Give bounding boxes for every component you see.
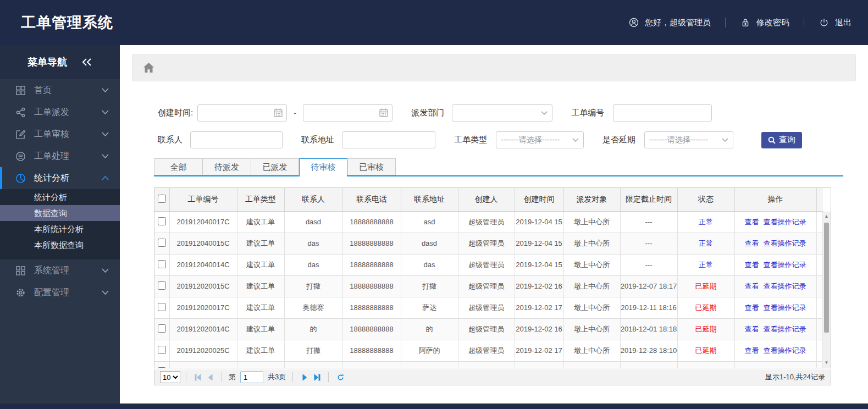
contact-input[interactable]: [190, 131, 283, 148]
first-page-button[interactable]: [192, 371, 204, 383]
table-body: 201912040017C建议工单dasd18888888888asd超级管理员…: [154, 211, 823, 368]
status-text: 已延期: [677, 297, 734, 318]
divider: [725, 18, 726, 27]
table-row: 201912020015C建议工单打撒18888888888打撒超级管理员201…: [154, 275, 823, 297]
type-label: 工单类型: [454, 135, 487, 145]
submenu-item-statistics-analysis[interactable]: 统计分析: [0, 189, 120, 205]
view-link[interactable]: 查看: [745, 282, 759, 290]
chevron-down-icon: [722, 138, 728, 142]
view-link[interactable]: 查看: [745, 239, 759, 247]
sidebar-item-statistics[interactable]: 统计分析: [0, 167, 120, 189]
delay-select[interactable]: -------请选择-------: [644, 131, 733, 148]
table-header-row: 工单编号 工单类型 联系人 联系电话 联系地址 创建人 创建时间 派发对象 限定…: [154, 188, 823, 211]
last-page-button[interactable]: [311, 371, 323, 383]
status-text: 已延期: [677, 318, 734, 340]
prev-page-button[interactable]: [204, 371, 216, 383]
change-password-button[interactable]: 修改密码: [740, 17, 789, 28]
view-log-link[interactable]: 查看操作记录: [764, 282, 806, 290]
scroll-up-arrow[interactable]: ▲: [822, 213, 831, 220]
page-size-select[interactable]: 10: [160, 371, 180, 383]
pie-chart-icon: [15, 173, 26, 184]
sidebar-item-dispatch[interactable]: 工单派发: [0, 101, 120, 123]
pagination-bar: 10 第 共3页 显示1-10,共24记录: [154, 369, 831, 385]
refresh-button[interactable]: [334, 371, 346, 383]
row-checkbox[interactable]: [158, 281, 166, 290]
sidebar-item-process[interactable]: 工单处理: [0, 145, 120, 167]
chevron-up-icon: [102, 176, 109, 180]
next-page-button[interactable]: [298, 371, 311, 383]
address-input[interactable]: [342, 131, 435, 148]
modules-icon: [15, 266, 26, 276]
divider: [804, 18, 804, 27]
view-log-link[interactable]: 查看操作记录: [764, 218, 806, 226]
divider: [292, 372, 293, 382]
home-icon[interactable]: [143, 63, 154, 73]
view-log-link[interactable]: 查看操作记录: [764, 346, 806, 355]
submenu-item-data-query[interactable]: 数据查询: [0, 205, 120, 221]
sidebar-item-system[interactable]: 系统管理: [0, 259, 120, 281]
tab-all[interactable]: 全部: [154, 158, 202, 175]
submenu-item-local-statistics[interactable]: 本所统计分析: [0, 221, 120, 237]
search-button[interactable]: 查询: [761, 132, 802, 148]
status-text: 正常: [677, 211, 734, 233]
submenu-item-local-data-query[interactable]: 本所数据查询: [0, 237, 120, 253]
order-type-select[interactable]: -------请选择-------: [496, 131, 584, 148]
view-link[interactable]: 查看: [745, 346, 759, 355]
view-link[interactable]: 查看: [745, 325, 759, 333]
row-checkbox[interactable]: [158, 239, 166, 247]
page-number-input[interactable]: [240, 371, 263, 383]
order-no-label: 工单编号: [571, 108, 604, 118]
view-link[interactable]: 查看: [745, 303, 759, 312]
total-pages: 共3页: [268, 372, 286, 382]
tab-pending-review[interactable]: 待审核: [299, 158, 347, 176]
chevron-down-icon: [102, 154, 109, 158]
tab-dispatched[interactable]: 已派发: [251, 158, 299, 175]
logout-button[interactable]: 退出: [819, 17, 852, 28]
row-checkbox[interactable]: [158, 367, 166, 368]
last-page-icon: [313, 374, 320, 381]
sidebar-title: 菜单导航: [0, 45, 120, 79]
footer-strip: [0, 404, 868, 409]
view-log-link[interactable]: 查看操作记录: [764, 303, 806, 312]
row-checkbox[interactable]: [158, 217, 166, 225]
dept-select[interactable]: [452, 104, 552, 121]
sidebar-item-config[interactable]: 配置管理: [0, 281, 120, 303]
table-row-partial: [154, 361, 823, 368]
view-link[interactable]: 查看: [745, 261, 759, 269]
row-checkbox[interactable]: [158, 260, 166, 268]
sidebar-collapse-button[interactable]: [81, 58, 92, 67]
row-checkbox[interactable]: [158, 324, 166, 333]
create-time-start-input[interactable]: [197, 104, 287, 121]
sidebar-item-home[interactable]: 首页: [0, 79, 120, 101]
user-greeting[interactable]: 您好，超级管理员: [628, 17, 711, 28]
first-page-icon: [195, 374, 202, 381]
status-text: 正常: [677, 233, 734, 254]
breadcrumb: [132, 54, 856, 81]
user-icon: [628, 17, 639, 28]
row-checkbox[interactable]: [158, 303, 166, 311]
delay-label: 是否延期: [602, 135, 635, 145]
select-all-checkbox[interactable]: [158, 195, 166, 203]
row-checkbox[interactable]: [158, 346, 166, 354]
chevron-down-icon: [102, 132, 109, 136]
view-log-link[interactable]: 查看操作记录: [764, 261, 806, 269]
scroll-down-arrow[interactable]: ▼: [822, 359, 831, 367]
view-log-link[interactable]: 查看操作记录: [764, 325, 806, 333]
table-scrollbar[interactable]: ▲ ▼: [822, 212, 831, 368]
chevron-down-icon: [102, 268, 109, 273]
scrollbar-thumb[interactable]: [824, 223, 829, 333]
create-time-end-input[interactable]: [303, 104, 392, 121]
filter-form: 创建时间: - 派发部门 工单编号 联系人: [120, 81, 868, 148]
tab-pending-dispatch[interactable]: 待派发: [202, 158, 251, 175]
chevron-down-icon: [102, 290, 109, 295]
tab-reviewed[interactable]: 已审核: [347, 158, 396, 175]
records-info: 显示1-10,共24记录: [765, 372, 825, 382]
view-log-link[interactable]: 查看操作记录: [764, 239, 806, 247]
app-header: 工单管理系统 您好，超级管理员 修改密码 退出: [0, 0, 868, 45]
statistics-submenu: 统计分析 数据查询 本所统计分析 本所数据查询: [0, 189, 120, 259]
view-link[interactable]: 查看: [745, 218, 759, 226]
gear-icon: [15, 288, 26, 298]
sidebar-item-review[interactable]: 工单审核: [0, 123, 120, 145]
double-chevron-left-icon: [81, 58, 92, 67]
order-no-input[interactable]: [613, 104, 712, 121]
